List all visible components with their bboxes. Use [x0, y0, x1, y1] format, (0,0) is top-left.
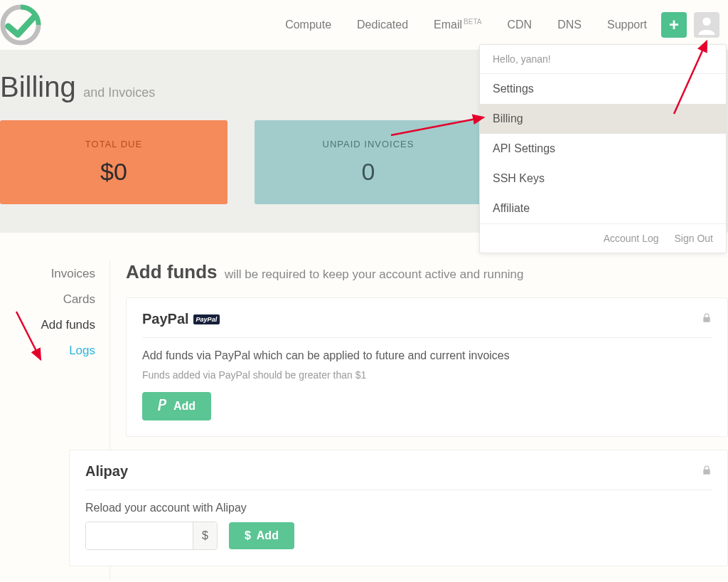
alipay-card: Alipay Reload your account with Alipay $… [69, 450, 728, 566]
lock-icon [702, 313, 712, 326]
dropdown-billing[interactable]: Billing [480, 104, 726, 134]
nav-compute[interactable]: Compute [285, 18, 331, 31]
stat-label: TOTAL DUE [85, 139, 142, 149]
paypal-title: PayPal PayPal [142, 311, 220, 327]
stat-value: 0 [362, 158, 375, 186]
nav-dedicated[interactable]: Dedicated [357, 18, 408, 31]
alipay-add-button[interactable]: $ Add [229, 522, 294, 549]
dropdown-affiliate[interactable]: Affiliate [480, 194, 726, 223]
sidebar-item-logs[interactable]: Logs [0, 338, 95, 364]
nav-dns[interactable]: DNS [557, 18, 582, 31]
paypal-card: PayPal PayPal Add funds via PayPal which… [126, 297, 728, 437]
add-button[interactable]: + [661, 12, 687, 38]
content: Invoices Cards Add funds Logs Add funds … [0, 233, 728, 579]
dropdown-footer: Account Log Sign Out [480, 223, 726, 253]
paypal-desc: Add funds via PayPal which can be applie… [142, 349, 712, 362]
stat-value: $0 [100, 158, 127, 186]
main-title: Add funds will be required to keep your … [126, 261, 728, 283]
dropdown-account-log[interactable]: Account Log [604, 233, 659, 244]
svg-point-1 [702, 18, 711, 26]
dollar-icon: $ [245, 529, 251, 542]
nav-cdn[interactable]: CDN [508, 18, 532, 31]
alipay-desc: Reload your account with Alipay [85, 502, 712, 514]
sidebar-item-cards[interactable]: Cards [0, 287, 95, 312]
paypal-badge-icon: PayPal [193, 314, 220, 324]
logo[interactable] [0, 4, 41, 46]
nav-support[interactable]: Support [607, 18, 647, 31]
nav-links: Compute Dedicated EmailBETA CDN DNS Supp… [285, 18, 647, 31]
alipay-amount-input[interactable] [86, 522, 193, 549]
dropdown-ssh-keys[interactable]: SSH Keys [480, 164, 726, 194]
sidebar-item-add-funds[interactable]: Add funds [0, 312, 95, 338]
paypal-add-button[interactable]: Add [142, 392, 211, 420]
top-nav: Compute Dedicated EmailBETA CDN DNS Supp… [0, 0, 728, 50]
currency-label: $ [193, 522, 217, 549]
nav-email[interactable]: EmailBETA [434, 18, 481, 31]
main-panel: Add funds will be required to keep your … [110, 261, 728, 579]
stat-total-due[interactable]: TOTAL DUE $0 [0, 120, 228, 204]
avatar[interactable] [694, 12, 719, 38]
paypal-note: Funds added via PayPal should be greater… [142, 369, 712, 381]
dropdown-api-settings[interactable]: API Settings [480, 134, 726, 164]
alipay-amount-input-group: $ [85, 522, 218, 550]
paypal-p-icon [158, 399, 168, 413]
dropdown-settings[interactable]: Settings [480, 74, 726, 104]
sidebar-item-invoices[interactable]: Invoices [0, 261, 95, 287]
stat-label: UNPAID INVOICES [323, 139, 414, 149]
dropdown-greeting: Hello, yanan! [480, 45, 726, 74]
alipay-title: Alipay [85, 463, 128, 480]
dropdown-sign-out[interactable]: Sign Out [675, 233, 713, 244]
lock-icon [702, 465, 712, 478]
stat-unpaid-invoices[interactable]: UNPAID INVOICES 0 [255, 120, 482, 204]
user-dropdown: Hello, yanan! Settings Billing API Setti… [479, 44, 727, 253]
